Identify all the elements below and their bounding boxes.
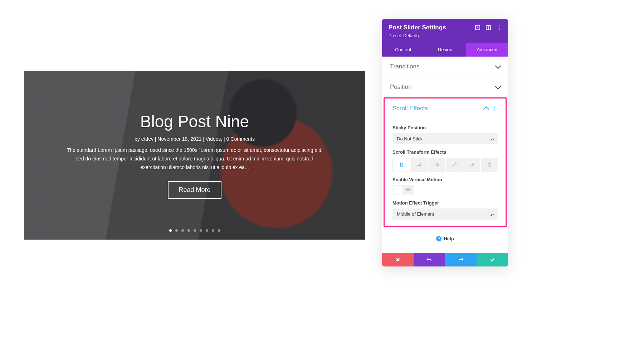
tab-design[interactable]: Design	[424, 43, 466, 57]
sticky-position-select[interactable]: Do Not Stick ▴▾	[392, 133, 498, 144]
scroll-effects-content: Sticky Position Do Not Stick ▴▾ Scroll T…	[385, 119, 506, 220]
slider-dot[interactable]	[175, 229, 178, 232]
vertical-motion-toggle[interactable]: NO	[392, 185, 414, 194]
panel-footer	[382, 253, 508, 266]
slider-dot[interactable]	[181, 229, 184, 232]
vertical-motion-label: Enable Vertical Motion	[392, 177, 498, 182]
panel-title: Post Slider Settings	[389, 24, 446, 31]
slider-dot[interactable]	[206, 229, 208, 232]
preset-dropdown[interactable]: Preset: Default	[389, 33, 502, 38]
post-slider-preview: Blog Post Nine by etdev | November 18, 2…	[24, 71, 365, 240]
toggle-knob	[393, 186, 402, 194]
chevron-down-icon	[495, 63, 501, 69]
effect-horizontal-icon[interactable]	[411, 158, 428, 172]
chevron-up-icon	[483, 106, 489, 112]
svg-rect-1	[477, 27, 478, 28]
slider-dots	[24, 229, 365, 232]
undo-button[interactable]	[414, 253, 445, 266]
slider-dot[interactable]	[218, 229, 220, 232]
panel-tabs: Content Design Advanced	[382, 43, 508, 57]
sticky-position-label: Sticky Position	[392, 125, 498, 130]
effect-blur-icon[interactable]	[481, 158, 498, 172]
effect-rotate-icon[interactable]	[463, 158, 480, 172]
scroll-effects-highlight: Scroll Effects ⋮ Sticky Position Do Not …	[384, 97, 507, 227]
slider-dot[interactable]	[187, 229, 190, 232]
slide-title: Blog Post Nine	[140, 112, 249, 131]
effect-fade-icon[interactable]	[428, 158, 445, 172]
cancel-button[interactable]	[382, 253, 414, 266]
scroll-transform-label: Scroll Transform Effects	[392, 149, 498, 155]
chevron-down-icon	[495, 83, 501, 90]
section-transitions[interactable]: Transitions	[382, 57, 508, 77]
section-transitions-label: Transitions	[390, 63, 420, 70]
select-caret-icon: ▴▾	[491, 212, 494, 216]
expand-icon[interactable]	[475, 25, 480, 30]
slider-dot[interactable]	[212, 229, 214, 232]
help-label: Help	[444, 236, 454, 241]
motion-trigger-label: Motion Effect Trigger	[392, 200, 498, 206]
slider-dot[interactable]	[169, 229, 172, 232]
effect-vertical-icon[interactable]	[392, 158, 410, 172]
panel-body: Transitions Position Scroll Effects ⋮ St…	[382, 57, 508, 253]
read-more-button[interactable]: Read More	[168, 181, 221, 199]
tab-advanced[interactable]: Advanced	[466, 43, 508, 57]
tab-content[interactable]: Content	[382, 43, 424, 57]
more-icon[interactable]: ⋮	[497, 25, 502, 30]
motion-trigger-value: Middle of Element	[397, 211, 434, 217]
effect-scale-icon[interactable]	[446, 158, 463, 172]
help-icon: ?	[436, 236, 441, 241]
toggle-value: NO	[402, 188, 414, 192]
select-caret-icon: ▴▾	[491, 137, 494, 141]
help-row[interactable]: ? Help	[382, 231, 508, 246]
sticky-position-value: Do Not Stick	[397, 136, 423, 141]
save-button[interactable]	[477, 253, 508, 266]
section-scroll-effects[interactable]: Scroll Effects ⋮	[385, 98, 506, 119]
slider-dot[interactable]	[194, 229, 196, 232]
redo-button[interactable]	[445, 253, 477, 266]
slider-dot[interactable]	[200, 229, 202, 232]
settings-panel: Post Slider Settings ⋮ Preset: Default C…	[382, 19, 508, 266]
motion-trigger-select[interactable]: Middle of Element ▴▾	[392, 208, 498, 220]
transform-effects-row	[392, 158, 498, 172]
panel-header: Post Slider Settings ⋮ Preset: Default	[382, 19, 508, 43]
slide-description: The standard Lorem Ipsum passage, used s…	[66, 146, 323, 172]
section-scroll-effects-label: Scroll Effects	[392, 105, 428, 112]
section-position-label: Position	[390, 83, 411, 91]
slide-meta: by etdev | November 18, 2021 | Videos, |…	[135, 136, 255, 142]
snap-icon[interactable]	[486, 25, 491, 30]
section-position[interactable]: Position	[382, 77, 508, 97]
